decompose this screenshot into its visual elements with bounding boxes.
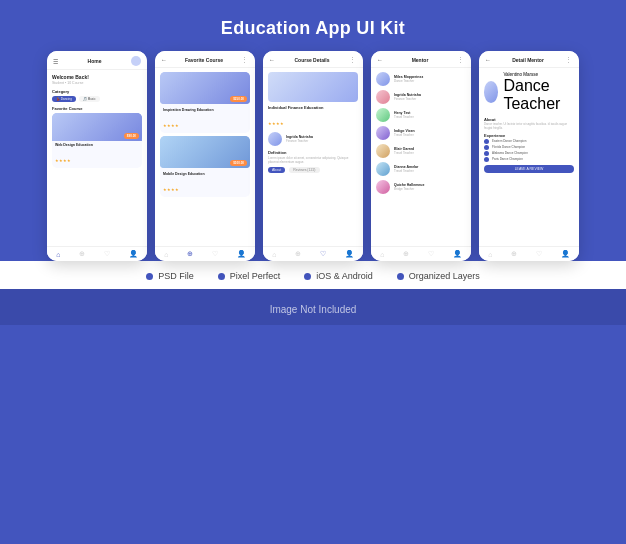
instructor-info: Ingrida Nutrisha Finance Teacher [286, 135, 313, 143]
detail-course-title: Individual Finance Education [268, 105, 358, 110]
phone-course-details: ← Course Details ⋮ Individual Finance Ed… [263, 51, 363, 261]
nav-bookmark-icon[interactable]: ♡ [104, 250, 110, 258]
fav-course-info-1: Inspiration Drawing Education ★★★★ [160, 106, 250, 133]
fav-stars-2: ★★★★ [163, 187, 179, 192]
detail-tabs: About Reviews (122) [268, 167, 358, 173]
leave-review-button[interactable]: LEAVE A REVIEW [484, 165, 574, 173]
phones-row: ☰ Home Welcome Back! Student • 10 Course… [37, 51, 589, 261]
exp-dot-1 [484, 145, 489, 150]
fav-course-title-1: Inspiration Drawing Education [163, 108, 247, 112]
definition-label: Definition [268, 150, 358, 155]
feature-label-0: PSD File [158, 271, 194, 281]
men-nav-home-icon[interactable]: ⌂ [380, 251, 384, 258]
nav-search-icon[interactable]: ⊕ [79, 250, 85, 258]
course-title-1: Web Design Education [55, 143, 139, 147]
image-note-bar: Image Not Included [0, 289, 626, 325]
features-bar: PSD File Pixel Perfect iOS & Android Org… [0, 261, 626, 289]
phone-detail-mentor-content: Valentino Marsse Dance Teacher About Dan… [479, 68, 579, 246]
mentor-avatar-4 [376, 144, 390, 158]
favorite-label: Favorite Course [52, 106, 142, 111]
exp-text-1: Florida Dance Champion [492, 145, 525, 149]
mentor-info-4: Blair Garred Travel Teacher [394, 147, 414, 155]
mentor-info-6: Quiche Hallemeue Bridge Teacher [394, 183, 424, 191]
men-nav-search-icon[interactable]: ⊕ [403, 250, 409, 258]
dots-icon[interactable]: ⋮ [241, 56, 249, 64]
fav-nav-search-icon[interactable]: ⊕ [187, 250, 193, 258]
phone-favorite: ← Favorite Course ⋮ $250.00 Inspiration … [155, 51, 255, 261]
dm-nav-bookmark-icon[interactable]: ♡ [536, 250, 542, 258]
detail-mentor-role: Dance Teacher [503, 77, 574, 113]
det-nav-search-icon[interactable]: ⊕ [295, 250, 301, 258]
men-nav-profile-icon[interactable]: 👤 [453, 250, 462, 258]
course-card-1: $90.00 Web Design Education ★★★★ [52, 113, 142, 168]
mentor-dots-icon[interactable]: ⋮ [457, 56, 465, 64]
feature-dot-1 [218, 273, 225, 280]
stars-1: ★★★★ [55, 158, 71, 163]
details-back-icon[interactable]: ← [269, 57, 275, 63]
favorite-header-title: Favorite Course [185, 57, 223, 63]
fav-nav-profile-icon[interactable]: 👤 [237, 250, 246, 258]
fav-nav-bookmark-icon[interactable]: ♡ [212, 250, 218, 258]
phone-favorite-header: ← Favorite Course ⋮ [155, 51, 255, 68]
back-arrow-icon[interactable]: ← [161, 57, 167, 63]
mentor-item-2: Heny Test Travel Teacher [376, 108, 466, 122]
feature-0: PSD File [146, 271, 194, 281]
nav-home-icon[interactable]: ⌂ [56, 251, 60, 258]
det-nav-profile-icon[interactable]: 👤 [345, 250, 354, 258]
tab-about[interactable]: About [268, 167, 285, 173]
nav-profile-icon[interactable]: 👤 [129, 250, 138, 258]
detail-mentor-dots-icon[interactable]: ⋮ [565, 56, 573, 64]
home-header-title: Home [88, 58, 102, 64]
det-nav-bookmark-icon[interactable]: ♡ [320, 250, 326, 258]
exp-text-0: Eastern Dance Champion [492, 139, 526, 143]
detail-mentor-top: Valentino Marsse Dance Teacher [484, 72, 574, 113]
category-pill-music[interactable]: 🎵 Music [79, 96, 100, 102]
dm-nav-search-icon[interactable]: ⊕ [511, 250, 517, 258]
phone-detail-mentor-nav: ⌂ ⊕ ♡ 👤 [479, 246, 579, 261]
detail-mentor-header-title: Detail Mentor [512, 57, 544, 63]
category-pill-dancing[interactable]: 💃 Dancing [52, 96, 76, 102]
course-img-1: $90.00 [52, 113, 142, 141]
mentor-info-5: Dianne Amelar Travel Teacher [394, 165, 418, 173]
mentor-item-5: Dianne Amelar Travel Teacher [376, 162, 466, 176]
achievement-1: Florida Dance Champion [484, 145, 574, 150]
details-header-title: Course Details [294, 57, 329, 63]
mentor-back-icon[interactable]: ← [377, 57, 383, 63]
feature-dot-0 [146, 273, 153, 280]
exp-text-2: Alabama Dance Champion [492, 151, 528, 155]
dm-nav-home-icon[interactable]: ⌂ [488, 251, 492, 258]
dm-nav-profile-icon[interactable]: 👤 [561, 250, 570, 258]
detail-mentor-avatar [484, 81, 498, 103]
main-background: Education App UI Kit ☰ Home Welcome Back… [0, 0, 626, 544]
image-note-text: Image Not Included [270, 304, 357, 315]
mentor-info-1: Ingrida Nutrisha Finance Teacher [394, 93, 421, 101]
fav-course-img-1: $250.00 [160, 72, 250, 104]
men-nav-bookmark-icon[interactable]: ♡ [428, 250, 434, 258]
achievement-3: Paris Dance Champion [484, 157, 574, 162]
fav-stars-1: ★★★★ [163, 123, 179, 128]
feature-2: iOS & Android [304, 271, 373, 281]
mentor-info-3: Indigo Vixen Travel Teacher [394, 129, 415, 137]
mentor-role-1: Finance Teacher [394, 97, 421, 101]
subtitle-text: Student • 10 Course [52, 81, 142, 85]
det-nav-home-icon[interactable]: ⌂ [272, 251, 276, 258]
phone-mentor-content: Miles Mopperinez Dance Teacher Ingrida N… [371, 68, 471, 246]
detail-mentor-name-section: Valentino Marsse Dance Teacher [503, 72, 574, 113]
page-title: Education App UI Kit [0, 18, 626, 39]
detail-mentor-back-icon[interactable]: ← [485, 57, 491, 63]
fav-price-2: $100.00 [230, 160, 247, 166]
fav-nav-home-icon[interactable]: ⌂ [164, 251, 168, 258]
tab-reviews[interactable]: Reviews (122) [289, 167, 319, 173]
mentor-role-5: Travel Teacher [394, 169, 418, 173]
course-info-1: Web Design Education ★★★★ [52, 141, 142, 168]
mentor-avatar-6 [376, 180, 390, 194]
details-dots-icon[interactable]: ⋮ [349, 56, 357, 64]
instructor-avatar [268, 132, 282, 146]
mentor-item-0: Miles Mopperinez Dance Teacher [376, 72, 466, 86]
mentor-item-3: Indigo Vixen Travel Teacher [376, 126, 466, 140]
mentor-avatar-1 [376, 90, 390, 104]
phone-favorite-nav: ⌂ ⊕ ♡ 👤 [155, 246, 255, 261]
feature-dot-2 [304, 273, 311, 280]
mentor-role-4: Travel Teacher [394, 151, 414, 155]
feature-label-1: Pixel Perfect [230, 271, 281, 281]
